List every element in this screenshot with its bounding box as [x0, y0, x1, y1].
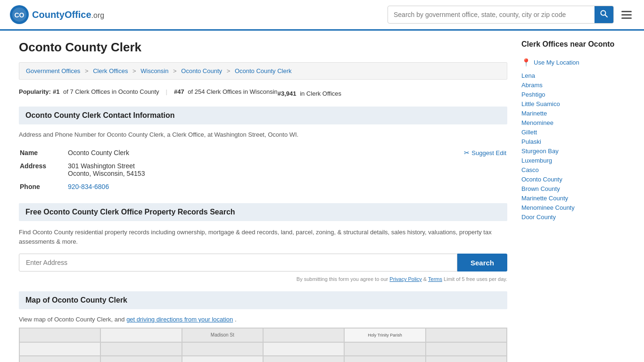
property-section: Free Oconto County Clerk Office Property… — [19, 203, 507, 282]
sidebar-link-lena[interactable]: Lena — [521, 72, 535, 79]
main-container: Oconto County Clerk Government Offices >… — [0, 31, 644, 362]
logo-icon: CO — [9, 5, 29, 25]
list-item: Menominee County — [521, 204, 625, 211]
breadcrumb-sep-4: > — [227, 67, 231, 74]
list-item: Abrams — [521, 81, 625, 89]
sidebar-link-door-county[interactable]: Door County — [521, 214, 556, 221]
address-input[interactable] — [19, 254, 457, 272]
list-item: Marinette County — [521, 194, 625, 202]
hamburger-menu[interactable] — [619, 8, 635, 22]
map-section-header: Map of Oconto County Clerk — [19, 291, 507, 309]
address-label: Address — [20, 160, 67, 180]
property-description: Find Oconto County residential property … — [19, 228, 507, 246]
breadcrumb-link-oconto-clerk[interactable]: Oconto County Clerk — [235, 67, 292, 74]
sidebar-link-pulaski[interactable]: Pulaski — [521, 138, 541, 145]
breadcrumb-link-gov[interactable]: Government Offices — [26, 67, 80, 74]
sidebar-link-peshtigo[interactable]: Peshtigo — [521, 91, 545, 98]
logo-area: CO CountyOffice.org — [9, 5, 104, 25]
map-section: Map of Oconto County Clerk View map of O… — [19, 291, 507, 362]
contact-description: Address and Phone Number for Oconto Coun… — [19, 131, 507, 138]
sidebar-link-marinette[interactable]: Marinette — [521, 110, 547, 117]
breadcrumb-link-clerk[interactable]: Clerk Offices — [93, 67, 128, 74]
breadcrumb-sep-3: > — [173, 67, 177, 74]
sidebar-link-little-suamico[interactable]: Little Suamico — [521, 100, 560, 107]
address-search-row: Search — [19, 254, 507, 272]
address-value: 301 Washington Street Oconto, Wisconsin,… — [68, 160, 506, 180]
list-item: Luxemburg — [521, 156, 625, 164]
sidebar-link-menominee-county[interactable]: Menominee County — [521, 204, 575, 211]
breadcrumb-sep-2: > — [132, 67, 136, 74]
svg-text:CO: CO — [15, 11, 25, 19]
list-item: Sturgeon Bay — [521, 147, 625, 155]
sidebar-link-brown-county[interactable]: Brown County — [521, 185, 560, 192]
terms-link[interactable]: Terms — [428, 276, 442, 282]
list-item: Casco — [521, 166, 625, 173]
header-search-wrapper — [388, 6, 614, 24]
map-placeholder: Madison St Holy Trinity Parish — [19, 328, 507, 362]
header-search-button[interactable] — [594, 6, 613, 23]
logo-text: CountyOffice.org — [32, 9, 104, 20]
popularity-rank2: #47 of 254 Clerk Offices in Wisconsin — [174, 88, 278, 95]
sidebar-link-gillett[interactable]: Gillett — [521, 129, 537, 136]
popularity-rank3: #3,941 in Clerk Offices — [278, 90, 341, 97]
header-right — [388, 6, 635, 24]
header-search-input[interactable] — [388, 7, 594, 22]
list-item: Marinette — [521, 109, 625, 117]
breadcrumb-link-wisconsin[interactable]: Wisconsin — [140, 67, 168, 74]
directions-link[interactable]: get driving directions from your locatio… — [126, 316, 233, 323]
list-item: Brown County — [521, 185, 625, 192]
list-item: Menominee — [521, 119, 625, 126]
sidebar-title: Clerk Offices near Oconto — [521, 40, 625, 51]
list-item: Oconto County — [521, 175, 625, 183]
popularity-bar: Popularity: #1 of 7 Clerk Offices in Oco… — [19, 88, 507, 97]
content-area: Oconto County Clerk Government Offices >… — [19, 40, 507, 362]
list-item: Gillett — [521, 128, 625, 136]
sidebar-links-list: Lena Abrams Peshtigo Little Suamico Mari… — [521, 72, 625, 221]
sidebar-link-sturgeon-bay[interactable]: Sturgeon Bay — [521, 148, 559, 155]
name-label: Name — [20, 147, 67, 159]
phone-label: Phone — [20, 181, 67, 193]
phone-value: 920-834-6806 — [68, 181, 506, 193]
map-description: View map of Oconto County Clerk, and get… — [19, 316, 507, 323]
use-location-link[interactable]: 📍 Use My Location — [521, 58, 625, 67]
sidebar-link-oconto-county[interactable]: Oconto County — [521, 176, 562, 183]
sidebar-link-marinette-county[interactable]: Marinette County — [521, 195, 568, 202]
sidebar: Clerk Offices near Oconto 📍 Use My Locat… — [521, 40, 625, 362]
header-search-icon — [600, 10, 608, 17]
contact-info-table: Name Oconto County Clerk ✂ Suggest Edit … — [19, 146, 507, 194]
breadcrumb-sep-1: > — [85, 67, 89, 74]
edit-icon: ✂ — [464, 149, 470, 156]
phone-link[interactable]: 920-834-6806 — [68, 183, 109, 190]
sidebar-link-luxemburg[interactable]: Luxemburg — [521, 157, 552, 164]
table-row-phone: Phone 920-834-6806 — [20, 181, 506, 193]
list-item: Pulaski — [521, 138, 625, 145]
header: CO CountyOffice.org — [0, 0, 644, 31]
pop-divider-1: | — [166, 88, 167, 95]
terms-line: By submitting this form you agree to our… — [19, 276, 507, 282]
name-value: Oconto County Clerk ✂ Suggest Edit — [68, 147, 506, 159]
property-section-header: Free Oconto County Clerk Office Property… — [19, 203, 507, 221]
popularity-rank1: #1 of 7 Clerk Offices in Oconto County — [53, 88, 159, 95]
sidebar-link-menominee[interactable]: Menominee — [521, 119, 553, 126]
contact-section-header: Oconto County Clerk Contact Information — [19, 107, 507, 124]
sidebar-link-casco[interactable]: Casco — [521, 166, 539, 173]
sidebar-link-abrams[interactable]: Abrams — [521, 82, 543, 89]
table-row-name: Name Oconto County Clerk ✂ Suggest Edit — [20, 147, 506, 159]
breadcrumb-link-oconto-county[interactable]: Oconto County — [181, 67, 222, 74]
list-item: Lena — [521, 72, 625, 79]
popularity-label: Popularity: — [19, 88, 51, 95]
search-button[interactable]: Search — [457, 254, 507, 272]
list-item: Peshtigo — [521, 90, 625, 98]
location-pin-icon: 📍 — [521, 58, 531, 67]
breadcrumb: Government Offices > Clerk Offices > Wis… — [19, 62, 507, 80]
table-row-address: Address 301 Washington Street Oconto, Wi… — [20, 160, 506, 180]
suggest-edit-link[interactable]: ✂ Suggest Edit — [464, 149, 506, 156]
list-item: Little Suamico — [521, 100, 625, 107]
page-title: Oconto County Clerk — [19, 40, 507, 55]
privacy-policy-link[interactable]: Privacy Policy — [389, 276, 421, 282]
svg-line-4 — [605, 15, 608, 17]
list-item: Door County — [521, 213, 625, 221]
